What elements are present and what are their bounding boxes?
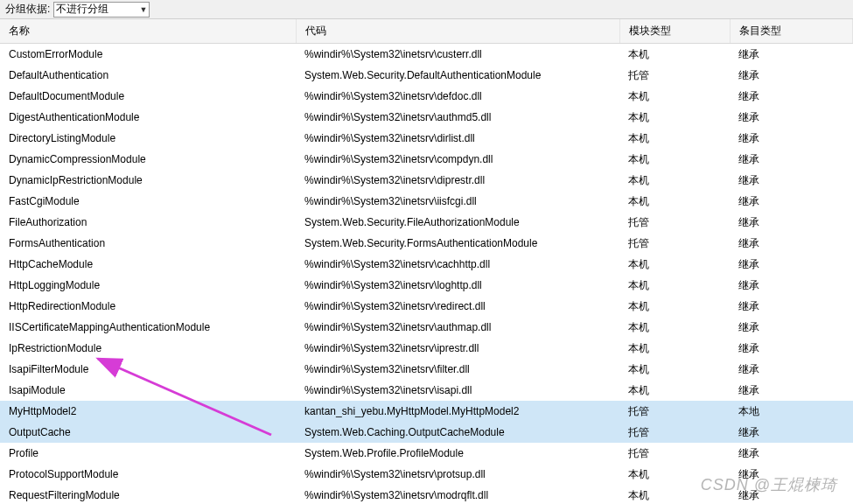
cell-name: RequestFilteringModule [0, 485, 296, 504]
cell-name: OutputCache [0, 422, 296, 443]
cell-code: %windir%\System32\inetsrv\diprestr.dll [296, 170, 619, 191]
cell-entry-type: 继承 [730, 149, 853, 170]
table-row[interactable]: IISCertificateMappingAuthenticationModul… [0, 317, 853, 338]
table-scroll-area[interactable]: 名称 代码 模块类型 条目类型 CustomErrorModule%windir… [0, 19, 853, 504]
cell-module-type: 本机 [619, 128, 730, 149]
table-row[interactable]: DynamicIpRestrictionModule%windir%\Syste… [0, 170, 853, 191]
cell-entry-type: 继承 [730, 107, 853, 128]
cell-entry-type: 继承 [730, 128, 853, 149]
cell-name: HttpRedirectionModule [0, 296, 296, 317]
cell-code: %windir%\System32\inetsrv\authmd5.dll [296, 107, 619, 128]
table-row[interactable]: CustomErrorModule%windir%\System32\inets… [0, 44, 853, 66]
cell-module-type: 本机 [619, 86, 730, 107]
col-header-name[interactable]: 名称 [0, 19, 296, 44]
table-row[interactable]: DefaultAuthenticationSystem.Web.Security… [0, 65, 853, 86]
cell-code: %windir%\System32\inetsrv\defdoc.dll [296, 86, 619, 107]
cell-module-type: 本机 [619, 275, 730, 296]
cell-module-type: 本机 [619, 317, 730, 338]
cell-code: %windir%\System32\inetsrv\iprestr.dll [296, 338, 619, 359]
cell-entry-type: 继承 [730, 170, 853, 191]
cell-code: System.Web.Security.FileAuthorizationMod… [296, 212, 619, 233]
cell-entry-type: 继承 [730, 422, 853, 443]
cell-module-type: 本机 [619, 380, 730, 401]
group-by-value: 不进行分组 [56, 2, 108, 17]
cell-name: DefaultDocumentModule [0, 86, 296, 107]
cell-code: %windir%\System32\inetsrv\compdyn.dll [296, 149, 619, 170]
cell-entry-type: 继承 [730, 65, 853, 86]
cell-name: DynamicIpRestrictionModule [0, 170, 296, 191]
cell-module-type: 本机 [619, 254, 730, 275]
chevron-down-icon: ▼ [139, 5, 147, 14]
table-row[interactable]: MyHttpModel2kantan_shi_yebu.MyHttpModel.… [0, 401, 853, 422]
cell-module-type: 本机 [619, 296, 730, 317]
col-header-code[interactable]: 代码 [296, 19, 619, 44]
cell-entry-type: 继承 [730, 254, 853, 275]
cell-entry-type: 继承 [730, 296, 853, 317]
table-row[interactable]: HttpRedirectionModule%windir%\System32\i… [0, 296, 853, 317]
cell-name: MyHttpModel2 [0, 401, 296, 422]
cell-entry-type: 本地 [730, 401, 853, 422]
cell-code: %windir%\System32\inetsrv\redirect.dll [296, 296, 619, 317]
cell-code: System.Web.Profile.ProfileModule [296, 443, 619, 464]
toolbar: 分组依据: 不进行分组 ▼ [0, 0, 853, 19]
cell-code: %windir%\System32\inetsrv\authmap.dll [296, 317, 619, 338]
table-row[interactable]: HttpCacheModule%windir%\System32\inetsrv… [0, 254, 853, 275]
cell-code: %windir%\System32\inetsrv\loghttp.dll [296, 275, 619, 296]
cell-name: HttpLoggingModule [0, 275, 296, 296]
cell-entry-type: 继承 [730, 359, 853, 380]
table-row[interactable]: IsapiFilterModule%windir%\System32\inets… [0, 359, 853, 380]
table-row[interactable]: DirectoryListingModule%windir%\System32\… [0, 128, 853, 149]
cell-code: %windir%\System32\inetsrv\cachhttp.dll [296, 254, 619, 275]
cell-code: %windir%\System32\inetsrv\isapi.dll [296, 380, 619, 401]
cell-entry-type: 继承 [730, 191, 853, 212]
cell-module-type: 本机 [619, 485, 730, 504]
table-row[interactable]: DynamicCompressionModule%windir%\System3… [0, 149, 853, 170]
col-header-entry-type[interactable]: 条目类型 [730, 19, 853, 44]
table-row[interactable]: DigestAuthenticationModule%windir%\Syste… [0, 107, 853, 128]
table-row[interactable]: ProtocolSupportModule%windir%\System32\i… [0, 464, 853, 485]
table-row[interactable]: HttpLoggingModule%windir%\System32\inets… [0, 275, 853, 296]
cell-name: HttpCacheModule [0, 254, 296, 275]
cell-entry-type: 继承 [730, 44, 853, 66]
table-row[interactable]: IpRestrictionModule%windir%\System32\ine… [0, 338, 853, 359]
table-header-row: 名称 代码 模块类型 条目类型 [0, 19, 853, 44]
cell-code: %windir%\System32\inetsrv\protsup.dll [296, 464, 619, 485]
cell-name: DynamicCompressionModule [0, 149, 296, 170]
table-row[interactable]: RequestFilteringModule%windir%\System32\… [0, 485, 853, 504]
table-row[interactable]: ProfileSystem.Web.Profile.ProfileModule托… [0, 443, 853, 464]
table-row[interactable]: FastCgiModule%windir%\System32\inetsrv\i… [0, 191, 853, 212]
cell-code: %windir%\System32\inetsrv\dirlist.dll [296, 128, 619, 149]
cell-module-type: 本机 [619, 464, 730, 485]
group-by-select[interactable]: 不进行分组 ▼ [53, 2, 150, 18]
cell-module-type: 本机 [619, 359, 730, 380]
table-row[interactable]: DefaultDocumentModule%windir%\System32\i… [0, 86, 853, 107]
cell-module-type: 托管 [619, 233, 730, 254]
cell-name: Profile [0, 443, 296, 464]
cell-module-type: 托管 [619, 422, 730, 443]
cell-entry-type: 继承 [730, 212, 853, 233]
cell-entry-type: 继承 [730, 338, 853, 359]
cell-entry-type: 继承 [730, 485, 853, 504]
cell-module-type: 托管 [619, 212, 730, 233]
table-row[interactable]: FileAuthorizationSystem.Web.Security.Fil… [0, 212, 853, 233]
cell-module-type: 托管 [619, 401, 730, 422]
table-row[interactable]: IsapiModule%windir%\System32\inetsrv\isa… [0, 380, 853, 401]
cell-module-type: 本机 [619, 107, 730, 128]
cell-name: FastCgiModule [0, 191, 296, 212]
cell-name: CustomErrorModule [0, 44, 296, 66]
cell-name: DigestAuthenticationModule [0, 107, 296, 128]
col-header-module-type[interactable]: 模块类型 [619, 19, 730, 44]
cell-name: IISCertificateMappingAuthenticationModul… [0, 317, 296, 338]
cell-module-type: 本机 [619, 149, 730, 170]
cell-module-type: 本机 [619, 338, 730, 359]
table-row[interactable]: OutputCacheSystem.Web.Caching.OutputCach… [0, 422, 853, 443]
cell-name: IpRestrictionModule [0, 338, 296, 359]
cell-module-type: 本机 [619, 191, 730, 212]
cell-code: %windir%\System32\inetsrv\filter.dll [296, 359, 619, 380]
cell-module-type: 本机 [619, 44, 730, 66]
cell-code: %windir%\System32\inetsrv\iisfcgi.dll [296, 191, 619, 212]
cell-module-type: 本机 [619, 170, 730, 191]
table-row[interactable]: FormsAuthenticationSystem.Web.Security.F… [0, 233, 853, 254]
cell-name: FileAuthorization [0, 212, 296, 233]
cell-entry-type: 继承 [730, 443, 853, 464]
